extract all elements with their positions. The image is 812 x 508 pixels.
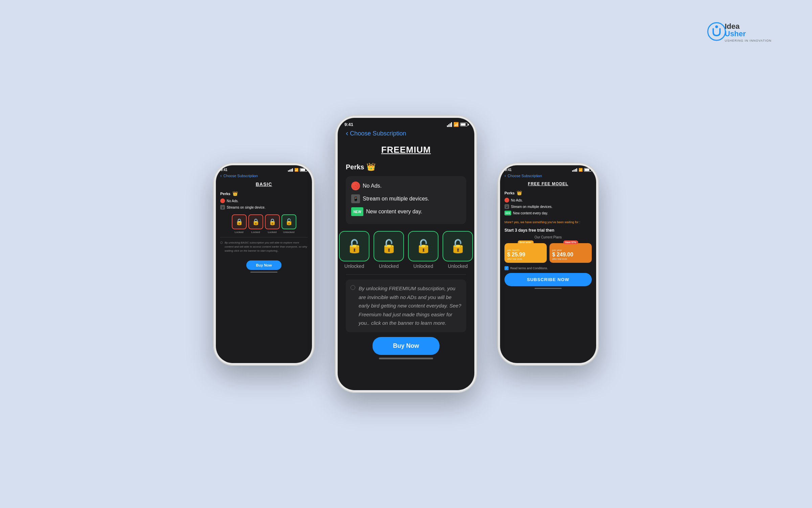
divider-freemium	[346, 274, 466, 275]
perks-label-freemium: Perks	[346, 163, 364, 171]
lock-box-4-basic: 🔓	[281, 214, 296, 229]
perks-label-basic: Perks	[220, 192, 230, 196]
checkbox-icon-freefee: ✓	[504, 266, 509, 270]
plan-title-freemium: FREEMIUM	[346, 145, 466, 155]
nav-back-freemium[interactable]: ‹ Choose Subscription	[346, 129, 466, 138]
signal-basic	[288, 168, 293, 172]
freefee-phone: 9:41 📶 ‹	[497, 163, 599, 366]
perk-item-no-ads-freemium: 🚫 No Ads.	[351, 182, 461, 190]
notch-basic	[250, 165, 278, 172]
crown-icon-freefee: 👑	[517, 190, 522, 195]
device-icon-freemium: 📱	[351, 194, 360, 203]
divider-basic	[220, 237, 308, 237]
lock-label-2-freemium: Unlocked	[379, 263, 399, 269]
lock-label-2-basic: Locked	[251, 231, 260, 234]
lock-label-4-freemium: Unlocked	[448, 263, 468, 269]
svg-point-0	[708, 23, 725, 40]
plan-title-basic: BASIC	[220, 182, 308, 187]
perks-list-freemium: 🚫 No Ads. 📱 Stream on multiple devices. …	[346, 176, 466, 224]
new-badge-icon-freefee: NEW	[504, 211, 511, 215]
signal-freemium	[447, 122, 452, 127]
plan-period-monthly: per month	[507, 249, 544, 252]
logo: Idea Usher USHERING IN INNOVATION	[704, 19, 771, 47]
perks-label-freefee: Perks	[504, 191, 515, 195]
plans-heading-freefee: Our Current Plans	[504, 235, 592, 239]
plan-note-yearly: after trial ends	[552, 258, 589, 260]
buy-now-button-freemium[interactable]: Buy Now	[373, 337, 439, 355]
home-indicator-freemium	[379, 358, 433, 359]
plans-row-freefee: Best seller per month $ 25.99 after trai…	[504, 243, 592, 263]
nav-back-freefee[interactable]: ‹ Choose Subscription	[504, 173, 592, 178]
perk-text-no-ads-freemium: No Ads.	[363, 183, 382, 189]
perks-heading-freemium: Perks 👑	[346, 163, 466, 171]
screen-content-freefee: ‹ Choose Subscription FREE FEE MODEL Per…	[500, 173, 596, 286]
lock-label-1-basic: Locked	[235, 231, 244, 234]
description-basic: By unlocking BASIC subscription you will…	[225, 241, 308, 253]
desc-box-freemium: By unlocking FREEMIUM subscription, you …	[346, 279, 466, 332]
wifi-icon-freefee: 📶	[579, 168, 583, 172]
svg-text:Usher: Usher	[725, 29, 746, 38]
plan-price-yearly: $ 249.00	[552, 252, 589, 258]
time-basic: 9:41	[221, 168, 227, 172]
lock-row-freemium: 🔓 Unlocked 🔓 Unlocked 🔓 Unlocked 🔓 Unloc…	[346, 231, 466, 269]
perk-item-no-ads-freefee: 🚫 No Ads.	[504, 198, 592, 203]
nav-back-basic[interactable]: ‹ Choose Subscription	[220, 173, 308, 178]
back-chevron-basic: ‹	[220, 173, 222, 178]
checkbox-row-freefee: ✓ Read terms and Conditions.	[504, 266, 592, 270]
status-icons-freemium: 📶	[447, 122, 468, 127]
lock-item-3-freemium: 🔓 Unlocked	[408, 231, 438, 269]
status-icons-freefee: 📶	[572, 168, 591, 172]
plan-period-yearly: per year	[552, 249, 589, 252]
lock-item-4-freemium: 🔓 Unlocked	[443, 231, 473, 269]
status-icons-basic: 📶	[288, 168, 307, 172]
lock-label-3-freemium: Unlocked	[413, 263, 433, 269]
desc-container-basic: By unlocking BASIC subscription you will…	[220, 241, 308, 256]
screen-content-basic: ‹ Choose Subscription BASIC Perks 👑 🚫 No…	[216, 173, 312, 270]
lock-box-3-freemium: 🔓	[408, 231, 438, 261]
lock-row-basic: 🔒 Locked 🔒 Locked 🔒 Locked 🔓 Unlocked	[220, 214, 308, 234]
nav-label-basic: Choose Subscription	[223, 174, 258, 178]
lock-box-2-freemium: 🔓	[374, 231, 404, 261]
subscribe-button-freefee[interactable]: SUBSCRIBE NOW	[504, 273, 592, 286]
lock-item-2-freemium: 🔓 Unlocked	[374, 231, 404, 269]
plan-card-yearly[interactable]: Save 57% per year $ 249.00 after trial e…	[549, 243, 592, 263]
battery-basic	[300, 168, 307, 172]
lock-label-1-freemium: Unlocked	[344, 263, 364, 269]
nav-label-freefee: Choose Subscription	[508, 174, 542, 178]
home-indicator-basic	[250, 272, 277, 273]
back-chevron-freefee: ‹	[504, 173, 506, 178]
lock-item-1-freemium: 🔓 Unlocked	[339, 231, 369, 269]
perks-list-freefee: 🚫 No Ads. 📱 Stream on multiple devices. …	[504, 198, 592, 215]
nav-label-freemium: Choose Subscription	[350, 130, 406, 137]
perk-text-no-ads-basic: No Ads.	[227, 199, 239, 203]
plan-card-monthly[interactable]: Best seller per month $ 25.99 after trai…	[504, 243, 547, 263]
checkbox-label-freefee: Read terms and Conditions.	[510, 267, 548, 270]
radio-dot-freemium	[351, 285, 355, 290]
crown-icon-freemium: 👑	[366, 163, 376, 171]
svg-point-1	[715, 25, 718, 28]
idea-usher-logo: Idea Usher USHERING IN INNOVATION	[704, 19, 771, 46]
perk-item-device-freemium: 📱 Stream on multiple devices.	[351, 194, 461, 203]
perk-text-new-freemium: New content every day.	[366, 209, 422, 215]
trial-text-freefee: Start 3 days free trial then	[504, 228, 592, 233]
no-ads-icon-freefee: 🚫	[504, 198, 509, 203]
buy-now-button-basic[interactable]: Buy Now	[246, 260, 281, 270]
signal-freefee	[572, 168, 577, 172]
back-chevron-freemium: ‹	[346, 129, 348, 138]
radio-dot-basic	[220, 241, 223, 244]
lock-item-3-basic: 🔒 Locked	[265, 214, 280, 234]
lock-box-3-basic: 🔒	[265, 214, 280, 229]
new-badge-icon-freemium: NEW	[351, 207, 363, 216]
plan-badge-bestseller: Best seller	[518, 240, 534, 244]
perks-heading-basic: Perks 👑	[220, 191, 308, 196]
perk-text-no-ads-freefee: No Ads.	[511, 198, 523, 202]
perk-item-new-freemium: NEW New content every day.	[351, 207, 461, 216]
description-freemium: By unlocking FREEMIUM subscription, you …	[359, 284, 461, 327]
freemium-phone: 9:41 📶 ‹	[335, 115, 477, 393]
lock-item-2-basic: 🔒 Locked	[248, 214, 263, 234]
perk-item-new-freefee: NEW New content every day.	[504, 211, 592, 215]
svg-text:USHERING IN INNOVATION: USHERING IN INNOVATION	[725, 39, 771, 42]
no-ads-icon-freemium: 🚫	[351, 182, 360, 190]
home-indicator-freefee	[535, 288, 562, 289]
plan-badge-save: Save 57%	[563, 240, 578, 244]
